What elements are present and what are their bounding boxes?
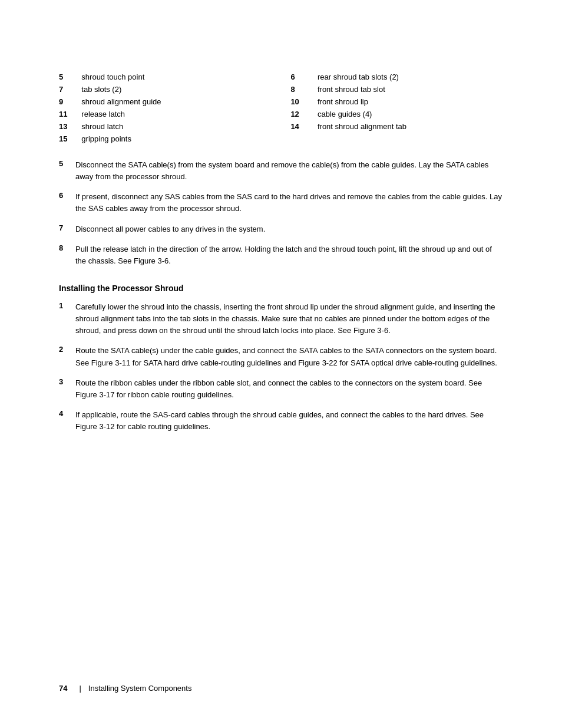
removal-step: 8Pull the release latch in the direction… [59,243,503,267]
removal-step: 7Disconnect all power cables to any driv… [59,223,503,235]
legend-num: 7 [59,83,81,95]
footer-section-name: Installing System Components [88,684,192,693]
removal-step: 5Disconnect the SATA cable(s) from the s… [59,159,503,183]
legend-num2: 8 [267,83,318,95]
legend-row: 5shroud touch point6rear shroud tab slot… [59,71,503,83]
step-number: 2 [59,345,75,354]
step-number: 5 [59,159,75,168]
step-number: 8 [59,243,75,252]
step-number: 4 [59,409,75,418]
removal-step: 6If present, disconnect any SAS cables f… [59,191,503,215]
step-text: Route the ribbon cables under the ribbon… [75,377,503,401]
step-text: Carefully lower the shroud into the chas… [75,301,503,337]
step-text: Disconnect the SATA cable(s) from the sy… [75,159,503,183]
page-footer: 74 | Installing System Components [59,684,503,693]
install-step: 1Carefully lower the shroud into the cha… [59,301,503,337]
legend-row: 11release latch12cable guides (4) [59,108,503,120]
legend-label2: front shroud alignment tab [318,120,503,133]
legend-num2: 6 [267,71,318,83]
legend-table: 5shroud touch point6rear shroud tab slot… [59,71,503,145]
legend-label: tab slots (2) [81,83,267,95]
legend-row: 13shroud latch14front shroud alignment t… [59,120,503,133]
legend-num: 11 [59,108,81,120]
step-text: Route the SATA cable(s) under the cable … [75,345,503,368]
legend-row: 7tab slots (2)8front shroud tab slot [59,83,503,95]
legend-num2: 10 [267,95,318,108]
legend-num: 15 [59,133,81,145]
legend-label2 [318,133,503,145]
legend-num2: 12 [267,108,318,120]
footer-divider: | [79,684,81,693]
legend-num2: 14 [267,120,318,133]
step-number: 1 [59,301,75,310]
step-text: Disconnect all power cables to any drive… [75,223,503,235]
step-text: If applicable, route the SAS-card cables… [75,409,503,433]
step-text: Pull the release latch in the direction … [75,243,503,267]
install-step: 2Route the SATA cable(s) under the cable… [59,345,503,368]
step-number: 6 [59,191,75,200]
removal-steps-section: 5Disconnect the SATA cable(s) from the s… [59,159,503,267]
legend-label: shroud alignment guide [81,95,267,108]
install-section: Installing the Processor Shroud 1Careful… [59,284,503,433]
legend-label2: cable guides (4) [318,108,503,120]
legend-label2: front shroud lip [318,95,503,108]
legend-num: 5 [59,71,81,83]
legend-label: gripping points [81,133,267,145]
install-step: 3Route the ribbon cables under the ribbo… [59,377,503,401]
legend-num: 9 [59,95,81,108]
legend-row: 9shroud alignment guide10front shroud li… [59,95,503,108]
install-step: 4If applicable, route the SAS-card cable… [59,409,503,433]
legend-label2: rear shroud tab slots (2) [318,71,503,83]
legend-num: 13 [59,120,81,133]
step-number: 3 [59,377,75,386]
legend-label: shroud touch point [81,71,267,83]
legend-num2 [267,133,318,145]
step-text: If present, disconnect any SAS cables fr… [75,191,503,215]
legend-row: 15gripping points [59,133,503,145]
page-content: 5shroud touch point6rear shroud tab slot… [0,0,562,488]
legend-label: shroud latch [81,120,267,133]
install-section-heading: Installing the Processor Shroud [59,284,503,293]
legend-label2: front shroud tab slot [318,83,503,95]
footer-page-number: 74 [59,684,67,693]
legend-label: release latch [81,108,267,120]
step-number: 7 [59,223,75,232]
